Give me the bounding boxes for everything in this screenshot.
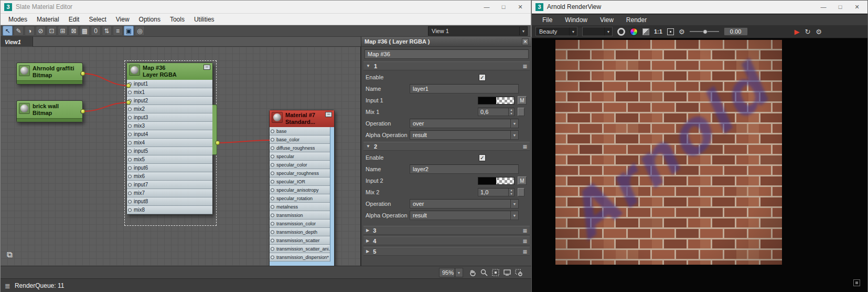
rgb-channels-icon[interactable] — [630, 28, 638, 36]
node-slot-transmission[interactable]: transmission — [270, 211, 330, 220]
minimize-button[interactable]: — — [815, 1, 832, 13]
maximize-button[interactable]: □ — [495, 1, 512, 13]
input-color-swatch[interactable] — [478, 97, 515, 105]
slate-titlebar[interactable]: 3 Slate Material Editor — □ ✕ — [1, 1, 531, 14]
mix-map-button[interactable] — [518, 108, 524, 116]
mix-map-button[interactable] — [518, 188, 524, 196]
zoom-extents-icon[interactable] — [490, 267, 500, 277]
slot-socket-icon[interactable] — [271, 188, 274, 192]
node-slot-transmission_scatter[interactable]: transmission_scatter — [270, 236, 330, 245]
move-children-icon[interactable]: ⊡ — [47, 26, 57, 36]
close-button[interactable]: ✕ — [849, 1, 865, 13]
delete-selected-icon[interactable]: ⊘ — [36, 26, 46, 36]
mix-spinner[interactable]: 1,0 ▴▾ — [478, 188, 515, 196]
zoom-extents-selected-icon[interactable] — [502, 267, 512, 277]
node-bitmap-brickwall[interactable]: brick wall Bitmap — [16, 100, 83, 122]
node-slot-mix4[interactable]: mix4 — [127, 139, 212, 147]
hide-unused-nodeslots-icon[interactable]: ⊞ — [58, 26, 68, 36]
slot-socket-icon[interactable] — [128, 200, 132, 203]
zoom-region-icon[interactable] — [513, 267, 523, 277]
menu-view[interactable]: View — [111, 16, 134, 23]
tab-view1[interactable]: View1 — [1, 37, 33, 47]
slot-socket-icon[interactable] — [128, 116, 132, 119]
slot-socket-icon[interactable] — [128, 174, 132, 178]
node-layer-rgba[interactable]: Map #36 Layer RGBA – input1mix1input2mix… — [126, 62, 213, 215]
node-slot-input3[interactable]: input3 — [127, 113, 212, 122]
node-slot-specular_color[interactable]: specular_color — [270, 161, 330, 169]
menu-view[interactable]: View — [594, 16, 620, 24]
node-slot-input2[interactable]: input2 — [127, 97, 212, 105]
operation-dropdown[interactable]: over ▼ — [410, 119, 519, 128]
collapse-node-button[interactable]: – — [325, 112, 332, 117]
slider-handle[interactable] — [703, 29, 708, 34]
layout-children-icon[interactable]: ≡ — [113, 26, 123, 36]
sample-slot-icon[interactable]: ◑ — [25, 26, 35, 36]
alpha-operation-dropdown[interactable]: result ▼ — [410, 211, 519, 220]
enable-checkbox[interactable]: ✓ — [479, 74, 486, 81]
node-slot-mix7[interactable]: mix7 — [127, 189, 212, 197]
menu-options[interactable]: Options — [134, 16, 165, 23]
layer-name-input[interactable]: layer1 — [410, 84, 519, 93]
slot-socket-icon[interactable] — [271, 171, 274, 175]
zoom-level-dropdown[interactable]: 95% ▼ — [439, 268, 463, 277]
view-selector-dropdown[interactable]: View 1 ▼ — [428, 26, 528, 36]
display-settings-gear-icon[interactable]: ⚙ — [679, 28, 685, 36]
show-material-id-icon[interactable]: 0 — [91, 26, 101, 36]
close-button[interactable]: ✕ — [512, 1, 529, 13]
panel-close-icon[interactable]: ✕ — [522, 38, 529, 45]
continuous-refresh-icon[interactable]: ↻ — [805, 28, 810, 36]
slot-socket-icon[interactable] — [271, 230, 274, 234]
map-button[interactable]: M — [518, 176, 527, 185]
menu-file[interactable]: File — [536, 16, 559, 24]
section-grid-icon[interactable]: ▦ — [522, 144, 527, 149]
node-slot-transmission_dispersion*[interactable]: transmission_dispersion* — [270, 253, 330, 262]
menu-edit[interactable]: Edit — [64, 16, 84, 23]
collapse-node-button[interactable]: – — [203, 65, 210, 70]
pick-material-icon[interactable]: ✎ — [14, 26, 24, 36]
slot-socket-icon[interactable] — [128, 208, 132, 212]
node-slot-input1[interactable]: input1 — [127, 80, 212, 88]
operation-dropdown[interactable]: over ▼ — [410, 199, 519, 208]
node-slot-input8[interactable]: input8 — [127, 197, 212, 206]
material-browser-toggle-icon[interactable]: ⧉ — [4, 249, 15, 260]
slot-socket-icon[interactable] — [128, 166, 132, 170]
slot-socket-icon[interactable] — [271, 154, 274, 158]
connector-dot[interactable] — [81, 109, 85, 114]
slot-socket-icon[interactable] — [271, 180, 274, 183]
slot-socket-icon[interactable] — [271, 213, 274, 217]
menu-select[interactable]: Select — [84, 16, 111, 23]
node-slot-mix5[interactable]: mix5 — [127, 155, 212, 164]
slot-socket-icon[interactable] — [271, 205, 274, 208]
node-slot-mix8[interactable]: mix8 — [127, 206, 212, 214]
chevron-down-icon[interactable]: ▼ — [519, 27, 527, 35]
select-by-material-icon[interactable]: ▣ — [124, 26, 134, 36]
display-gamma-icon[interactable] — [617, 28, 625, 36]
slot-socket-icon[interactable] — [271, 238, 274, 242]
section-4-header[interactable]: ▶ 4 ▦ — [363, 236, 530, 245]
node-slot-transmission_depth[interactable]: transmission_depth — [270, 228, 330, 236]
show-shaded-material-icon[interactable]: ⊠ — [69, 26, 79, 36]
node-slot-specular[interactable]: specular — [270, 152, 330, 161]
slot-socket-icon[interactable] — [271, 222, 274, 225]
node-slot-input5[interactable]: input5 — [127, 147, 212, 155]
menu-material[interactable]: Material — [32, 16, 64, 23]
slot-socket-icon[interactable] — [271, 247, 274, 251]
slot-socket-icon[interactable] — [128, 183, 132, 186]
exposure-slider[interactable] — [690, 28, 719, 35]
layer-name-input[interactable]: layer2 — [410, 164, 519, 174]
slot-socket-icon[interactable] — [271, 163, 274, 166]
node-slot-diffuse_roughness[interactable]: diffuse_roughness — [270, 144, 330, 152]
slot-socket-icon[interactable] — [271, 138, 274, 141]
slot-socket-icon[interactable] — [271, 129, 274, 133]
render-settings-gear-icon[interactable]: ⚙ — [816, 28, 822, 36]
node-slot-specular_rotation[interactable]: specular_rotation — [270, 194, 330, 203]
map-name-input[interactable]: Map #36 — [365, 49, 529, 59]
region-render-icon[interactable] — [667, 28, 674, 35]
slot-socket-icon[interactable] — [128, 107, 132, 111]
slot-socket-icon[interactable] — [128, 124, 132, 128]
node-slot-specular_anisotropy[interactable]: specular_anisotropy — [270, 186, 330, 194]
node-slot-specular_roughness[interactable]: specular_roughness — [270, 169, 330, 178]
node-slot-base[interactable]: base — [270, 127, 330, 135]
menu-tools[interactable]: Tools — [165, 16, 189, 23]
connector-dot[interactable] — [81, 71, 85, 76]
